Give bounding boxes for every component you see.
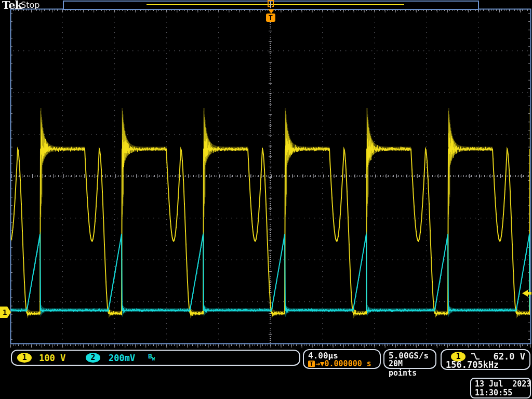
trigger-frequency-readout: 156.705kHz bbox=[446, 360, 499, 370]
svg-text:1: 1 bbox=[3, 308, 7, 316]
acquisition-status: Stop bbox=[21, 0, 39, 10]
trigger-position-icon[interactable] bbox=[267, 0, 275, 9]
ch2-scale-readout: 200mV bbox=[109, 353, 135, 363]
record-length-line bbox=[147, 4, 404, 5]
oscilloscope-screen: Tek Stop T 1 1 100 V 2 200mV BW 4.00µs T… bbox=[0, 0, 532, 399]
acquisition-readout-box[interactable]: 5.00GS/s 20M points bbox=[383, 349, 436, 369]
waveform-display bbox=[0, 0, 532, 399]
time-text: 11:30:55 bbox=[475, 388, 512, 397]
ch1-scale-readout: 100 V bbox=[39, 353, 65, 363]
timebase-readout-box[interactable]: 4.00µs T→▼0.000000 s bbox=[303, 349, 381, 369]
tek-logo: Tek bbox=[2, 0, 22, 11]
trigger-level-arrow[interactable] bbox=[521, 289, 531, 297]
ch1-badge[interactable]: 1 bbox=[17, 353, 32, 363]
trigger-position-pointer-icon[interactable] bbox=[268, 9, 274, 14]
date-text: 13 Jul 2023 bbox=[475, 379, 531, 389]
trigger-readout-box[interactable]: 1 62.0 V 156.705kHz bbox=[441, 349, 530, 370]
trigger-delay-value: 0.000000 s bbox=[325, 359, 371, 368]
record-length-readout: 20M points bbox=[389, 359, 435, 378]
channel-readout-box[interactable]: 1 100 V 2 200mV BW bbox=[11, 350, 300, 366]
trigger-flag[interactable]: T bbox=[266, 14, 275, 22]
trigger-delay-readout: T→▼0.000000 s bbox=[308, 359, 371, 368]
datetime-box: 13 Jul 2023 11:30:55 bbox=[470, 378, 531, 398]
ch2-badge[interactable]: 2 bbox=[86, 353, 100, 363]
trigger-delay-flag-icon: T bbox=[308, 361, 315, 367]
bandwidth-limit-indicator: BW bbox=[148, 352, 155, 362]
ch1-ground-marker[interactable]: 1 bbox=[0, 307, 12, 318]
